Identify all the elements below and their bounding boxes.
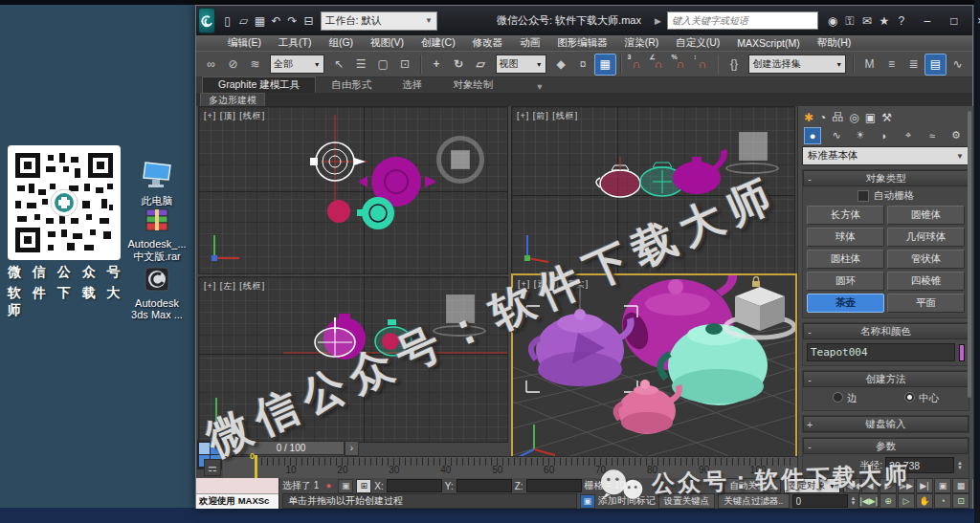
desktop-icon-rar[interactable]: Autodesk_... 中文版.rar (126, 207, 188, 264)
key-filters-button[interactable]: 关键点过滤器.. (718, 493, 789, 509)
lights-category-icon[interactable]: ☀ (852, 127, 869, 144)
lock-selection-icon[interactable]: ▣ (338, 479, 353, 493)
maximize-button[interactable]: □ (941, 11, 968, 31)
window-crossing-icon[interactable]: ⊡ (394, 54, 416, 76)
current-frame-field[interactable] (792, 494, 848, 508)
menu-item[interactable]: 渲染(R) (616, 36, 668, 50)
modify-tab-icon[interactable]: ◔ (819, 111, 826, 124)
percent-snap-icon[interactable]: %∩ (670, 54, 692, 76)
track-bar[interactable]: 102030405060708090100 (223, 456, 797, 478)
auto-key-button[interactable]: 自动关键点 (724, 478, 781, 493)
selection-filter-dropdown[interactable]: 全部▼ (270, 54, 324, 74)
viewport-left[interactable]: [+] [左] [线框] (198, 276, 508, 443)
object-color-swatch[interactable] (959, 344, 965, 361)
undo-icon[interactable]: ↶ (268, 12, 284, 29)
rollout-header[interactable]: - 名称和颜色 (803, 323, 969, 339)
primitive-button[interactable]: 管状体 (887, 250, 965, 269)
current-frame-marker[interactable]: 0 (250, 453, 261, 478)
zoom-all-views-icon[interactable]: ⊕ (880, 493, 897, 509)
object-name-field[interactable] (807, 343, 955, 361)
select-object-icon[interactable]: ↖ (328, 54, 350, 76)
use-pivot-center-icon[interactable]: ◆ (550, 54, 572, 76)
ribbon-tab[interactable]: 选择 (387, 77, 437, 93)
time-prev-arrow[interactable]: ‹ (223, 441, 237, 456)
motion-tab-icon[interactable]: ◎ (849, 111, 858, 124)
menu-item[interactable]: 编辑(E) (219, 36, 270, 50)
viewport-label[interactable]: [+] [左] [线框] (204, 280, 265, 293)
minimize-button[interactable]: – (914, 11, 941, 31)
teapot-white-front[interactable] (596, 157, 640, 197)
edit-named-selection-sets-icon[interactable]: {} (723, 54, 745, 76)
x-coordinate-field[interactable] (387, 479, 442, 492)
favorites-star-icon[interactable]: ★ (876, 12, 893, 30)
geometry-category-icon[interactable]: ● (804, 127, 821, 144)
go-to-start-icon[interactable]: |◀◀ (843, 478, 860, 493)
3dsmax-logo-icon[interactable] (198, 8, 215, 33)
layer-manager-icon[interactable]: ≣ (902, 54, 924, 76)
select-and-link-icon[interactable]: ∞ (200, 54, 222, 76)
ribbon-tab[interactable]: 对象绘制 (437, 77, 508, 93)
named-selection-set-dropdown[interactable]: 创建选择集▼ (748, 54, 846, 74)
previous-frame-icon[interactable]: ◀ (861, 478, 879, 493)
display-tab-icon[interactable]: ▣ (865, 111, 876, 124)
selection-lock-pin-icon[interactable]: ● (322, 480, 335, 492)
menu-item[interactable]: 帮助(H) (809, 36, 860, 50)
primitive-button[interactable]: 球体 (807, 228, 884, 247)
shapes-category-icon[interactable]: ∿ (828, 127, 845, 144)
primitive-button[interactable]: 四棱锥 (887, 272, 965, 291)
menu-item[interactable]: 动画 (511, 36, 548, 50)
teapot-teal-top[interactable] (357, 197, 394, 229)
teapot-violet-persp[interactable] (526, 285, 637, 392)
helpers-category-icon[interactable]: ⌖ (900, 127, 917, 144)
snap-toggle-icon[interactable]: 3∩ (626, 54, 648, 76)
select-and-manipulate-icon[interactable]: ¤ (572, 54, 594, 76)
select-and-scale-icon[interactable]: ▱ (470, 54, 492, 76)
close-button[interactable]: × (968, 11, 980, 31)
command-panel-scrollbar[interactable] (968, 111, 971, 398)
primitive-button[interactable]: 茶壶 (807, 294, 884, 313)
add-time-tag[interactable]: 添加时间标记 (598, 494, 656, 508)
systems-category-icon[interactable]: ⚙ (947, 127, 965, 144)
frame-spinner[interactable]: ▲▼ (851, 496, 857, 506)
project-folder-icon[interactable]: ⊟ (301, 12, 317, 29)
trackbar-filter-icon[interactable]: ⚎ (204, 459, 221, 476)
set-key-button[interactable]: 设置关键点 (658, 493, 716, 509)
desktop-icon-this-pc[interactable]: 此电脑 (126, 161, 188, 208)
unlink-selection-icon[interactable]: ⊘ (222, 54, 244, 76)
orbit-icon[interactable]: ◔ (934, 493, 951, 509)
teapot-crimson-top[interactable] (327, 200, 350, 223)
align-icon[interactable]: ≡ (880, 54, 902, 76)
field-of-view-icon[interactable]: ▷ (898, 493, 915, 509)
zoom-extents-all-icon[interactable]: ▦ (952, 478, 969, 493)
viewcube[interactable] (737, 132, 769, 164)
primitive-category-dropdown[interactable]: 标准基本体 ▼ (802, 146, 969, 165)
viewport-perspective[interactable]: [+] [透视] [真实] (511, 273, 797, 462)
rectangular-selection-icon[interactable]: ▢ (372, 54, 394, 76)
menu-item[interactable]: 工具(T) (270, 36, 320, 50)
menu-item[interactable]: 组(G) (320, 36, 362, 50)
listener-macro-row[interactable] (196, 478, 278, 494)
save-file-icon[interactable]: ▦ (252, 12, 268, 29)
y-coordinate-field[interactable] (457, 479, 512, 492)
redo-icon[interactable]: ↷ (284, 12, 301, 29)
utilities-tab-icon[interactable]: ⚒ (881, 111, 892, 124)
menu-item[interactable]: 图形编辑器 (548, 36, 616, 50)
key-mode-toggle-icon[interactable]: |◀▶| (858, 493, 879, 509)
keyboard-override-icon[interactable]: ▦ (594, 54, 616, 76)
z-coordinate-field[interactable] (526, 479, 582, 492)
isolate-selection-icon[interactable]: ▣ (580, 494, 595, 509)
select-and-move-icon[interactable]: + (426, 54, 448, 76)
primitive-button[interactable]: 圆柱体 (807, 250, 884, 269)
mirror-icon[interactable]: M (858, 54, 880, 76)
polygon-modeling-tab[interactable]: 多边形建模 (200, 93, 265, 106)
teapot-teal-left[interactable] (375, 319, 412, 356)
pan-hand-icon[interactable]: ✋ (916, 493, 933, 509)
communication-center-icon[interactable]: ✉ (858, 12, 876, 30)
curve-editor-icon[interactable]: ∿ (947, 54, 969, 76)
create-tab-icon[interactable]: ✱ (804, 111, 813, 124)
maximize-viewport-icon[interactable]: ⊡ (952, 493, 969, 509)
menu-item[interactable]: 自定义(U) (667, 36, 728, 50)
absolute-mode-icon[interactable]: ⊞ (356, 479, 371, 493)
ribbon-toggle-icon[interactable]: ▤ (924, 54, 947, 76)
search-help-icon[interactable]: ◉ (824, 12, 841, 30)
